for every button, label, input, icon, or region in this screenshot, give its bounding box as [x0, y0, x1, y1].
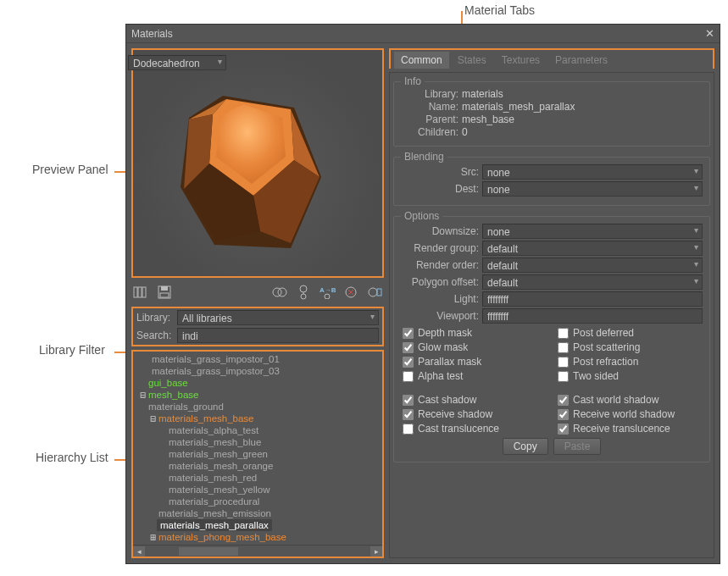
svg-text:A→B: A→B [320, 286, 336, 294]
inherit-icon[interactable] [294, 283, 313, 302]
svg-rect-25 [377, 289, 381, 296]
search-label: Search: [136, 330, 174, 341]
svg-point-17 [301, 294, 306, 299]
svg-point-14 [273, 288, 281, 296]
render-order-dropdown[interactable]: default [482, 258, 703, 273]
tab-parameters[interactable]: Parameters [548, 52, 614, 69]
tree-item[interactable]: ⊟mesh_base [133, 389, 382, 401]
viewport-input[interactable]: ffffffff [482, 308, 703, 324]
tree-item[interactable]: materials_mesh_green [133, 448, 382, 460]
tab-textures[interactable]: Textures [495, 52, 547, 69]
check-receive-translucence[interactable]: Receive translucence [558, 423, 701, 435]
check-cast-world-shadow[interactable]: Cast world shadow [558, 394, 701, 406]
check-receive-shadow[interactable]: Receive shadow [403, 408, 546, 420]
polygon-offset-dropdown[interactable]: default [482, 274, 703, 290]
close-button[interactable]: ✕ [705, 27, 714, 40]
shape-dropdown[interactable]: Dodecahedron [128, 55, 226, 70]
render-group-dropdown[interactable]: default [482, 241, 703, 256]
tree-item[interactable]: gui_base [133, 377, 382, 389]
tree-item[interactable]: materials_mesh_parallax [133, 519, 382, 531]
check-glow-mask[interactable]: Glow mask [403, 341, 546, 353]
svg-point-15 [278, 288, 286, 296]
tree-item[interactable]: ⊟materials_mesh_base [133, 413, 382, 424]
tab-states[interactable]: States [451, 52, 493, 69]
info-name: materials_mesh_parallax [462, 101, 575, 113]
check-parallax-mask[interactable]: Parallax mask [403, 356, 546, 368]
svg-rect-8 [134, 287, 137, 297]
tree-item[interactable]: materials_grass_impostor_03 [133, 365, 382, 377]
tree-item[interactable]: materials_alpha_test [133, 424, 382, 436]
library-label: Library: [136, 312, 174, 324]
tree-item[interactable]: materials_procedural [133, 496, 382, 507]
option-checks-2: Cast shadowCast world shadowReceive shad… [403, 394, 701, 435]
preview-toolbar: A→B [131, 281, 384, 303]
scroll-right[interactable]: ▸ [370, 546, 382, 557]
clone-icon[interactable] [270, 283, 289, 302]
check-post-scattering[interactable]: Post scattering [558, 341, 701, 353]
svg-point-16 [300, 285, 307, 292]
info-children: 0 [462, 126, 468, 138]
check-cast-translucence[interactable]: Cast translucence [403, 423, 546, 435]
light-input[interactable]: ffffffff [482, 291, 703, 307]
svg-rect-9 [138, 287, 142, 297]
tree-item[interactable]: materials_mesh_yellow [133, 484, 382, 496]
tree-item[interactable]: ⊞materials_phong_mesh_base [133, 531, 382, 543]
common-panel: Info Library:materials Name:materials_me… [389, 72, 714, 558]
materials-window: Materials ✕ Dodecahedron [125, 24, 720, 564]
info-parent: mesh_base [462, 114, 514, 125]
scroll-horizontal[interactable]: ◂ ▸ [133, 545, 382, 557]
preview-panel[interactable]: Dodecahedron [131, 48, 384, 278]
hierarchy-panel: materials_grass_impostor_01materials_gra… [131, 350, 384, 558]
callout-tabs: Material Tabs [464, 3, 535, 17]
tab-common[interactable]: Common [394, 52, 449, 69]
tree-item[interactable]: materials_grass_impostor_01 [133, 353, 382, 365]
svg-rect-13 [160, 293, 169, 297]
blending-title: Blending [401, 151, 447, 163]
save-icon[interactable] [155, 283, 174, 302]
delete-icon[interactable] [342, 283, 360, 302]
svg-point-24 [369, 288, 377, 296]
assign-icon[interactable] [365, 283, 384, 302]
info-title: Info [401, 75, 425, 87]
preview-shape [164, 84, 350, 270]
library-icon[interactable] [131, 283, 150, 302]
library-dropdown[interactable]: All libraries [177, 310, 379, 325]
callout-preview: Preview Panel [32, 163, 108, 176]
check-two-sided[interactable]: Two sided [558, 370, 701, 382]
material-tabs: CommonStatesTexturesParameters [389, 48, 714, 69]
check-post-deferred[interactable]: Post deferred [558, 327, 701, 339]
options-title: Options [401, 210, 442, 222]
callout-filter: Library Filter [39, 343, 105, 357]
tree-item[interactable]: materials_mesh_emission [133, 507, 382, 519]
search-input[interactable]: indi [177, 328, 379, 343]
callout-hierarchy: Hierarchy List [36, 451, 108, 464]
titlebar: Materials ✕ [126, 25, 720, 43]
info-library: materials [462, 88, 503, 100]
svg-rect-10 [142, 287, 146, 297]
hierarchy-tree[interactable]: materials_grass_impostor_01materials_gra… [133, 352, 382, 545]
tree-item[interactable]: materials_mesh_red [133, 472, 382, 484]
tree-item[interactable]: materials_mesh_orange [133, 460, 382, 472]
blending-group: Blending Src:none Dest:none [393, 157, 710, 206]
tree-item[interactable]: materials_mesh_blue [133, 436, 382, 448]
svg-point-20 [325, 294, 330, 299]
rename-icon[interactable]: A→B [318, 283, 336, 302]
check-depth-mask[interactable]: Depth mask [403, 327, 546, 339]
option-checks-1: Depth maskPost deferredGlow maskPost sca… [403, 327, 701, 382]
check-alpha-test[interactable]: Alpha test [403, 370, 546, 382]
scroll-left[interactable]: ◂ [133, 546, 145, 557]
check-post-refraction[interactable]: Post refraction [558, 356, 701, 368]
svg-rect-12 [161, 286, 168, 291]
check-receive-world-shadow[interactable]: Receive world shadow [558, 408, 701, 420]
library-filter: Library: All libraries Search: indi [131, 307, 384, 346]
check-cast-shadow[interactable]: Cast shadow [403, 394, 546, 406]
downsize-dropdown[interactable]: none [482, 224, 703, 239]
paste-button[interactable]: Paste [553, 438, 602, 455]
info-group: Info Library:materials Name:materials_me… [393, 81, 710, 147]
blend-src-dropdown[interactable]: none [482, 164, 703, 180]
tree-item[interactable]: materials_ground [133, 401, 382, 413]
copy-button[interactable]: Copy [503, 438, 548, 455]
blend-dest-dropdown[interactable]: none [482, 181, 703, 197]
options-group: Options Downsize:none Render group:defau… [393, 216, 710, 462]
window-title: Materials [131, 28, 173, 40]
